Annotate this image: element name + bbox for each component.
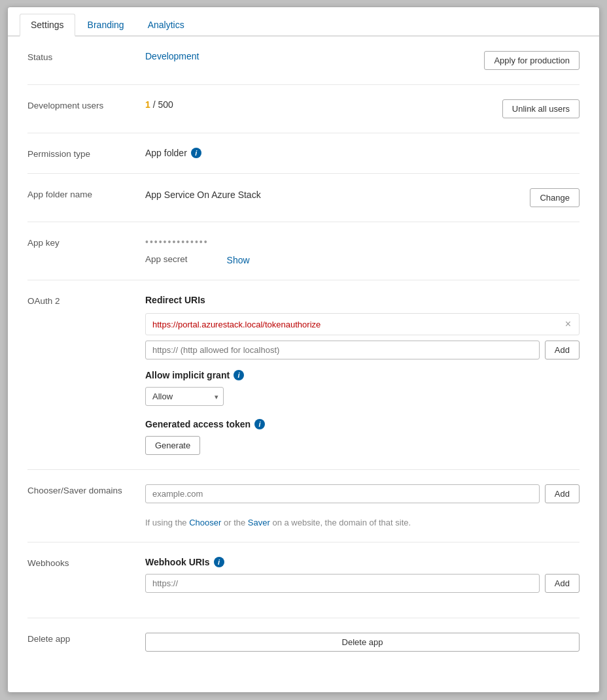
delete-app-label: Delete app xyxy=(27,633,145,644)
delete-app-row: Delete app Delete app xyxy=(27,618,580,671)
webhook-uris-header: Webhook URIs i xyxy=(145,557,580,567)
webhooks-content: Webhook URIs i Add xyxy=(145,557,580,603)
app-key-value: •••••••••••••• xyxy=(145,237,580,247)
tab-branding[interactable]: Branding xyxy=(77,14,135,35)
dev-users-actions: Unlink all users xyxy=(502,99,580,118)
add-chooser-saver-button[interactable]: Add xyxy=(545,484,580,503)
dev-users-count-highlight: 1 xyxy=(145,99,150,110)
saver-link[interactable]: Saver xyxy=(248,518,270,527)
add-webhook-button[interactable]: Add xyxy=(545,574,580,593)
allow-implicit-title: Allow implicit grant xyxy=(145,370,230,380)
permission-type-row: Permission type App folder i xyxy=(27,133,580,174)
permission-type-text: App folder xyxy=(145,148,187,158)
allow-implicit-select[interactable]: Allow Deny xyxy=(145,387,224,406)
app-folder-name-value: App Service On Azure Stack xyxy=(145,188,530,200)
dev-users-count-rest: / 500 xyxy=(150,99,173,110)
webhook-info-icon[interactable]: i xyxy=(214,557,224,567)
webhooks-label: Webhooks xyxy=(27,557,145,568)
unlink-all-users-button[interactable]: Unlink all users xyxy=(502,99,580,118)
tab-bar: Settings Branding Analytics xyxy=(8,7,599,37)
app-secret-label: App secret xyxy=(145,254,188,264)
allow-implicit-info-icon[interactable]: i xyxy=(234,370,244,380)
webhook-uris-title: Webhook URIs xyxy=(145,557,210,567)
redirect-uri-input[interactable] xyxy=(145,341,540,359)
permission-type-info-icon[interactable]: i xyxy=(191,148,201,158)
app-key-secret-row: App key •••••••••••••• App secret Show xyxy=(27,222,580,280)
add-redirect-uri-button[interactable]: Add xyxy=(545,341,580,359)
status-row: Status Development Apply for production xyxy=(27,37,580,85)
tab-settings[interactable]: Settings xyxy=(20,14,75,37)
dev-users-count: 1 / 500 xyxy=(145,99,502,110)
chooser-saver-label: Chooser/Saver domains xyxy=(27,484,145,495)
redirect-uris-title: Redirect URIs xyxy=(145,295,580,305)
chooser-saver-input[interactable] xyxy=(145,484,540,503)
chooser-saver-note-prefix: If using the xyxy=(145,518,189,527)
app-folder-name-content: App Service On Azure Stack xyxy=(145,188,530,200)
status-actions: Apply for production xyxy=(484,51,580,70)
app-folder-name-row: App folder name App Service On Azure Sta… xyxy=(27,174,580,222)
app-key-secret-content: •••••••••••••• App secret Show xyxy=(145,237,580,265)
generated-token-section: Generated access token i Generate xyxy=(145,419,580,455)
remove-redirect-uri-button[interactable]: × xyxy=(564,319,572,329)
dev-users-row: Development users 1 / 500 Unlink all use… xyxy=(27,85,580,133)
webhook-uri-input[interactable] xyxy=(145,574,540,593)
settings-content: Status Development Apply for production … xyxy=(8,37,599,671)
apply-production-button[interactable]: Apply for production xyxy=(484,51,580,70)
chooser-link[interactable]: Chooser xyxy=(189,518,221,527)
webhooks-row: Webhooks Webhook URIs i Add xyxy=(27,542,580,618)
generated-token-title: Generated access token xyxy=(145,419,251,429)
app-secret-show-link[interactable]: Show xyxy=(227,255,250,265)
redirect-uri-input-row: Add xyxy=(145,341,580,359)
oauth2-content: Redirect URIs https://portal.azurestack.… xyxy=(145,295,580,455)
redirect-uri-value: https://portal.azurestack.local/tokenaut… xyxy=(152,320,564,329)
app-window: Settings Branding Analytics Status Devel… xyxy=(7,7,600,693)
app-folder-name-label: App folder name xyxy=(27,188,145,199)
generated-token-info-icon[interactable]: i xyxy=(254,419,265,429)
permission-type-label: Permission type xyxy=(27,148,145,159)
change-folder-name-button[interactable]: Change xyxy=(530,188,580,207)
app-secret-row: App secret Show xyxy=(145,252,580,265)
chooser-saver-note: If using the Chooser or the Saver on a w… xyxy=(145,518,580,527)
app-folder-name-actions: Change xyxy=(530,188,580,207)
permission-type-value: App folder i xyxy=(145,148,580,158)
oauth2-row: OAuth 2 Redirect URIs https://portal.azu… xyxy=(27,280,580,470)
allow-implicit-section: Allow implicit grant i Allow Deny ▾ xyxy=(145,370,580,406)
permission-type-content: App folder i xyxy=(145,148,580,158)
chooser-saver-note-suffix: on a website, the domain of that site. xyxy=(270,518,411,527)
status-label: Status xyxy=(27,51,145,62)
allow-implicit-header: Allow implicit grant i xyxy=(145,370,580,380)
dev-users-content: 1 / 500 xyxy=(145,99,502,110)
allow-implicit-select-wrapper: Allow Deny ▾ xyxy=(145,387,224,406)
redirect-uri-item: https://portal.azurestack.local/tokenaut… xyxy=(145,313,580,335)
dev-users-label: Development users xyxy=(27,99,145,110)
delete-app-content: Delete app xyxy=(145,633,580,652)
tab-analytics[interactable]: Analytics xyxy=(137,14,196,35)
app-key-label: App key xyxy=(27,237,145,248)
oauth2-label: OAuth 2 xyxy=(27,295,145,306)
chooser-saver-content: Add If using the Chooser or the Saver on… xyxy=(145,484,580,527)
delete-app-button[interactable]: Delete app xyxy=(145,633,580,652)
generated-token-header: Generated access token i xyxy=(145,419,580,429)
generate-token-button[interactable]: Generate xyxy=(145,436,200,455)
status-content: Development xyxy=(145,51,484,61)
chooser-saver-note-middle: or the xyxy=(221,518,247,527)
status-value[interactable]: Development xyxy=(145,51,484,61)
chooser-saver-input-row: Add xyxy=(145,484,580,503)
chooser-saver-row: Chooser/Saver domains Add If using the C… xyxy=(27,470,580,542)
webhook-input-row: Add xyxy=(145,574,580,593)
